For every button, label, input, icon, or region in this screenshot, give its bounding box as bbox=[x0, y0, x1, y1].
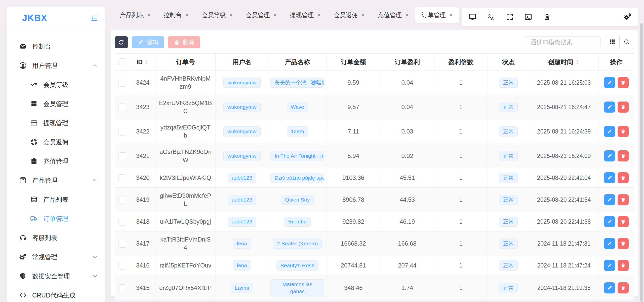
row-edit-button[interactable] bbox=[604, 172, 615, 183]
edit-button[interactable]: 编辑 bbox=[132, 36, 164, 48]
sidebar-item-1[interactable]: 用户管理 bbox=[7, 58, 105, 73]
product-tag[interactable]: Wave bbox=[287, 102, 308, 112]
column-header-id[interactable]: ID bbox=[130, 54, 155, 71]
sidebar-item-12[interactable]: 数据安全管理 bbox=[7, 269, 105, 283]
product-tag[interactable]: Dziś późno pójdę spać bbox=[270, 173, 324, 183]
delete-button[interactable]: 删除 bbox=[168, 36, 200, 48]
tab-close-icon[interactable]: × bbox=[361, 12, 365, 18]
product-tag[interactable]: Quien Soy bbox=[281, 195, 314, 205]
sidebar-item-7[interactable]: 产品管理 bbox=[7, 173, 105, 188]
tab-4[interactable]: 提现管理× bbox=[283, 7, 327, 23]
sidebar-item-4[interactable]: 提现管理 bbox=[7, 116, 105, 130]
tab-close-icon[interactable]: × bbox=[317, 12, 320, 18]
tab-7[interactable]: 订单管理× bbox=[415, 7, 459, 23]
column-settings-button[interactable] bbox=[605, 36, 619, 49]
sidebar-collapse-icon[interactable] bbox=[91, 14, 98, 22]
tab-close-icon[interactable]: × bbox=[405, 12, 409, 18]
username-tag[interactable]: wukongymw bbox=[223, 102, 261, 112]
tab-5[interactable]: 会员返佣× bbox=[327, 7, 371, 23]
username-tag[interactable]: aabb123 bbox=[228, 173, 256, 183]
tab-1[interactable]: 控制台× bbox=[157, 7, 195, 23]
fullscreen-icon[interactable] bbox=[506, 13, 514, 21]
username-tag[interactable]: aabb123 bbox=[228, 217, 256, 227]
row-delete-button[interactable] bbox=[618, 102, 629, 113]
username-tag[interactable]: wukongymw bbox=[223, 78, 261, 88]
sidebar-item-0[interactable]: 控制台 bbox=[7, 39, 105, 54]
row-edit-button[interactable] bbox=[604, 238, 615, 249]
row-delete-button[interactable] bbox=[618, 194, 629, 205]
sidebar-item-9[interactable]: 订单管理 bbox=[7, 211, 105, 226]
tab-2[interactable]: 会员等级× bbox=[195, 7, 239, 23]
row-delete-button[interactable] bbox=[618, 238, 629, 249]
product-tag[interactable]: Breathe bbox=[284, 217, 311, 227]
sidebar-item-6[interactable]: 充值管理 bbox=[7, 154, 105, 169]
terminal-icon[interactable] bbox=[524, 13, 532, 21]
settings-gears-icon[interactable] bbox=[623, 13, 631, 21]
search-submit-button[interactable] bbox=[619, 36, 634, 49]
row-delete-button[interactable] bbox=[618, 216, 629, 227]
product-tag[interactable]: 12am bbox=[287, 126, 308, 137]
tab-close-icon[interactable]: × bbox=[273, 12, 277, 18]
row-edit-button[interactable] bbox=[604, 77, 615, 88]
username-tag[interactable]: wukongymw bbox=[223, 151, 261, 161]
row-edit-button[interactable] bbox=[604, 102, 615, 113]
row-delete-button[interactable] bbox=[618, 150, 629, 161]
page-scrollbar[interactable] bbox=[640, 23, 643, 302]
trash-icon[interactable] bbox=[543, 13, 551, 21]
product-tag[interactable]: Matemos las ganas bbox=[270, 279, 324, 296]
tab-close-icon[interactable]: × bbox=[449, 12, 453, 18]
tab-close-icon[interactable]: × bbox=[147, 12, 151, 18]
sort-caret-icon[interactable] bbox=[575, 59, 580, 65]
row-checkbox[interactable] bbox=[118, 218, 126, 226]
tab-close-icon[interactable]: × bbox=[229, 12, 233, 18]
select-all-checkbox[interactable] bbox=[118, 58, 126, 66]
row-delete-button[interactable] bbox=[618, 77, 629, 88]
row-edit-button[interactable] bbox=[604, 194, 615, 205]
row-edit-button[interactable] bbox=[604, 126, 615, 137]
table-row: 3418ulA1iTwLQSby0pgjaabb123Breathe9239.8… bbox=[115, 212, 634, 231]
row-delete-button[interactable] bbox=[618, 260, 629, 271]
sidebar-item-3[interactable]: 会员管理 bbox=[7, 96, 105, 111]
sidebar-item-2[interactable]: 会员等级 bbox=[7, 77, 105, 92]
username-tag[interactable]: wukongymw bbox=[223, 126, 261, 137]
tab-3[interactable]: 会员管理× bbox=[239, 7, 283, 23]
sidebar-item-13[interactable]: CRUD代码生成 bbox=[7, 288, 105, 302]
row-checkbox[interactable] bbox=[118, 152, 126, 160]
row-checkbox[interactable] bbox=[118, 174, 126, 182]
translate-icon[interactable]: 文A bbox=[487, 13, 495, 21]
row-edit-button[interactable] bbox=[604, 150, 615, 161]
row-edit-button[interactable] bbox=[604, 216, 615, 227]
sidebar-item-10[interactable]: 客服列表 bbox=[7, 230, 105, 245]
column-header-created[interactable]: 创建时间 bbox=[529, 54, 598, 71]
tab-0[interactable]: 产品列表× bbox=[113, 7, 157, 23]
username-tag[interactable]: aabb123 bbox=[228, 195, 256, 205]
sidebar-item-5[interactable]: 会员返佣 bbox=[7, 135, 105, 149]
username-tag[interactable]: lena bbox=[233, 239, 251, 249]
row-checkbox[interactable] bbox=[118, 79, 126, 87]
sort-caret-icon[interactable] bbox=[144, 59, 149, 65]
monitor-icon[interactable] bbox=[468, 13, 476, 21]
username-tag[interactable]: lena bbox=[233, 260, 251, 271]
refresh-button[interactable] bbox=[115, 36, 128, 48]
product-tag[interactable]: Beauty's Rose bbox=[276, 260, 318, 271]
product-tag[interactable]: 美美的一个湾 - 独唱版 bbox=[270, 78, 324, 88]
row-delete-button[interactable] bbox=[618, 172, 629, 183]
product-tag[interactable]: 2 Seater (Keroro) bbox=[273, 239, 322, 249]
tab-6[interactable]: 充值管理× bbox=[371, 7, 415, 23]
row-checkbox[interactable] bbox=[118, 240, 126, 248]
sidebar-item-8[interactable]: 产品列表 bbox=[7, 192, 105, 207]
row-checkbox[interactable] bbox=[118, 128, 126, 136]
row-edit-button[interactable] bbox=[604, 282, 615, 293]
row-edit-button[interactable] bbox=[604, 260, 615, 271]
product-tag[interactable]: In The Air Tonight - Ins bbox=[270, 151, 324, 161]
row-checkbox[interactable] bbox=[118, 104, 126, 111]
row-delete-button[interactable] bbox=[618, 126, 629, 137]
sidebar-item-11[interactable]: 常规管理 bbox=[7, 250, 105, 264]
row-checkbox[interactable] bbox=[118, 262, 126, 270]
tab-close-icon[interactable]: × bbox=[185, 12, 189, 18]
row-checkbox[interactable] bbox=[118, 284, 126, 292]
username-tag[interactable]: Laxmi bbox=[231, 283, 253, 293]
search-input[interactable] bbox=[525, 39, 600, 46]
row-delete-button[interactable] bbox=[618, 282, 629, 293]
row-checkbox[interactable] bbox=[118, 196, 126, 204]
